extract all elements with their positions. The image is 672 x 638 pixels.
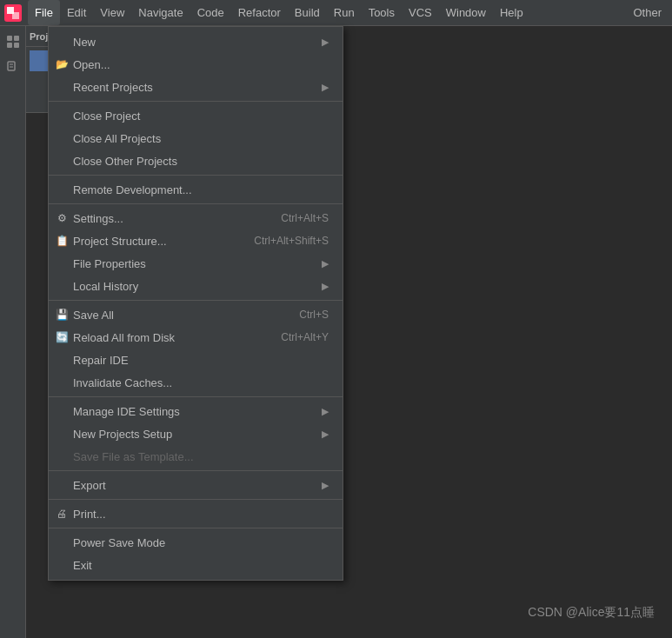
- export-label: Export: [73, 479, 322, 492]
- menu-help[interactable]: Help: [493, 0, 530, 25]
- sidebar-project-tab[interactable]: [1, 30, 25, 54]
- menu-item-invalidate-caches[interactable]: Invalidate Caches...: [49, 371, 343, 394]
- file-dropdown-menu: New▶📂Open...Recent Projects▶Close Projec…: [48, 26, 343, 581]
- menu-item-new[interactable]: New▶: [49, 30, 343, 53]
- new-projects-setup-label: New Projects Setup: [73, 428, 322, 441]
- save-all-icon: 💾: [54, 307, 70, 322]
- open-icon: 📂: [54, 56, 70, 72]
- menu-item-export[interactable]: Export▶: [49, 474, 343, 496]
- separator-after-close-other-projects: [49, 175, 343, 176]
- invalidate-caches-label: Invalidate Caches...: [73, 376, 329, 389]
- menu-item-close-all-projects[interactable]: Close All Projects: [49, 127, 343, 150]
- menu-item-recent-projects[interactable]: Recent Projects▶: [49, 76, 343, 98]
- new-arrow: ▶: [322, 37, 329, 48]
- menubar: File Edit View Navigate Code Refactor Bu…: [0, 0, 672, 26]
- menu-item-open[interactable]: 📂Open...: [49, 53, 343, 76]
- recent-projects-arrow: ▶: [322, 82, 329, 93]
- menu-refactor[interactable]: Refactor: [231, 0, 288, 25]
- menu-file[interactable]: File: [28, 0, 60, 25]
- print-label: Print...: [73, 508, 329, 521]
- new-label: New: [73, 36, 322, 49]
- svg-rect-3: [7, 36, 12, 41]
- sidebar: [0, 26, 26, 638]
- menu-item-local-history[interactable]: Local History▶: [49, 275, 343, 297]
- separator-after-remote-development: [49, 203, 343, 204]
- menu-item-remote-development[interactable]: Remote Development...: [49, 178, 343, 201]
- remote-development-label: Remote Development...: [73, 183, 329, 196]
- menu-other[interactable]: Other: [626, 0, 669, 25]
- svg-rect-4: [14, 36, 19, 41]
- watermark: CSDN @Alice要11点睡: [528, 605, 655, 621]
- menu-navigate[interactable]: Navigate: [131, 0, 190, 25]
- manage-ide-settings-label: Manage IDE Settings: [73, 405, 322, 418]
- file-properties-label: File Properties: [73, 257, 322, 270]
- separator-after-export: [49, 499, 343, 500]
- close-other-projects-label: Close Other Projects: [73, 155, 329, 168]
- manage-ide-settings-arrow: ▶: [322, 406, 329, 417]
- close-project-label: Close Project: [73, 110, 329, 123]
- sidebar-files-tab[interactable]: [1, 56, 25, 80]
- separator-after-print: [49, 528, 343, 528]
- settings-icon: ⚙: [54, 210, 70, 226]
- power-save-mode-label: Power Save Mode: [73, 536, 329, 549]
- print-icon: 🖨: [54, 506, 70, 522]
- settings-label: Settings...: [73, 212, 263, 225]
- reload-all-icon: 🔄: [54, 329, 70, 345]
- menu-item-print[interactable]: 🖨Print...: [49, 502, 343, 525]
- menu-item-file-properties[interactable]: File Properties▶: [49, 252, 343, 275]
- project-structure-icon: 📋: [54, 233, 70, 249]
- local-history-label: Local History: [73, 280, 322, 293]
- project-structure-label: Project Structure...: [73, 235, 236, 248]
- menu-item-power-save-mode[interactable]: Power Save Mode: [49, 531, 343, 554]
- menu-build[interactable]: Build: [288, 0, 327, 25]
- exit-label: Exit: [73, 559, 329, 572]
- menu-item-save-file-as-template: Save File as Template...: [49, 445, 343, 468]
- menu-item-manage-ide-settings[interactable]: Manage IDE Settings▶: [49, 400, 343, 422]
- project-structure-shortcut: Ctrl+Alt+Shift+S: [254, 235, 329, 247]
- menu-run[interactable]: Run: [327, 0, 362, 25]
- svg-rect-5: [7, 43, 12, 48]
- app-logo: [3, 3, 23, 23]
- export-arrow: ▶: [322, 480, 329, 491]
- menu-view[interactable]: View: [93, 0, 131, 25]
- menu-code[interactable]: Code: [190, 0, 231, 25]
- menu-item-reload-all[interactable]: 🔄Reload All from DiskCtrl+Alt+Y: [49, 326, 343, 349]
- menu-item-close-other-projects[interactable]: Close Other Projects: [49, 150, 343, 172]
- recent-projects-label: Recent Projects: [73, 81, 322, 94]
- save-all-shortcut: Ctrl+S: [299, 309, 329, 321]
- menu-vcs[interactable]: VCS: [402, 0, 439, 25]
- close-all-projects-label: Close All Projects: [73, 132, 329, 145]
- reload-all-label: Reload All from Disk: [73, 331, 263, 344]
- separator-after-save-file-as-template: [49, 470, 343, 471]
- menu-edit[interactable]: Edit: [60, 0, 93, 25]
- save-file-as-template-label: Save File as Template...: [73, 450, 329, 463]
- svg-rect-7: [8, 62, 15, 70]
- menu-item-exit[interactable]: Exit: [49, 554, 343, 576]
- separator-after-local-history: [49, 300, 343, 301]
- file-properties-arrow: ▶: [322, 258, 329, 269]
- menu-item-save-all[interactable]: 💾Save AllCtrl+S: [49, 303, 343, 326]
- save-all-label: Save All: [73, 309, 282, 322]
- settings-shortcut: Ctrl+Alt+S: [281, 212, 329, 224]
- menu-item-repair-ide[interactable]: Repair IDE: [49, 349, 343, 371]
- svg-rect-6: [14, 43, 19, 48]
- svg-rect-2: [12, 12, 19, 19]
- reload-all-shortcut: Ctrl+Alt+Y: [281, 331, 329, 343]
- separator-after-recent-projects: [49, 101, 343, 102]
- menu-item-settings[interactable]: ⚙Settings...Ctrl+Alt+S: [49, 207, 343, 229]
- menu-tools[interactable]: Tools: [362, 0, 402, 25]
- repair-ide-label: Repair IDE: [73, 354, 329, 367]
- local-history-arrow: ▶: [322, 281, 329, 292]
- menu-item-close-project[interactable]: Close Project: [49, 104, 343, 127]
- new-projects-setup-arrow: ▶: [322, 429, 329, 440]
- menu-item-project-structure[interactable]: 📋Project Structure...Ctrl+Alt+Shift+S: [49, 229, 343, 252]
- separator-after-invalidate-caches: [49, 396, 343, 397]
- open-label: Open...: [73, 58, 329, 71]
- menu-window[interactable]: Window: [439, 0, 493, 25]
- menu-item-new-projects-setup[interactable]: New Projects Setup▶: [49, 422, 343, 445]
